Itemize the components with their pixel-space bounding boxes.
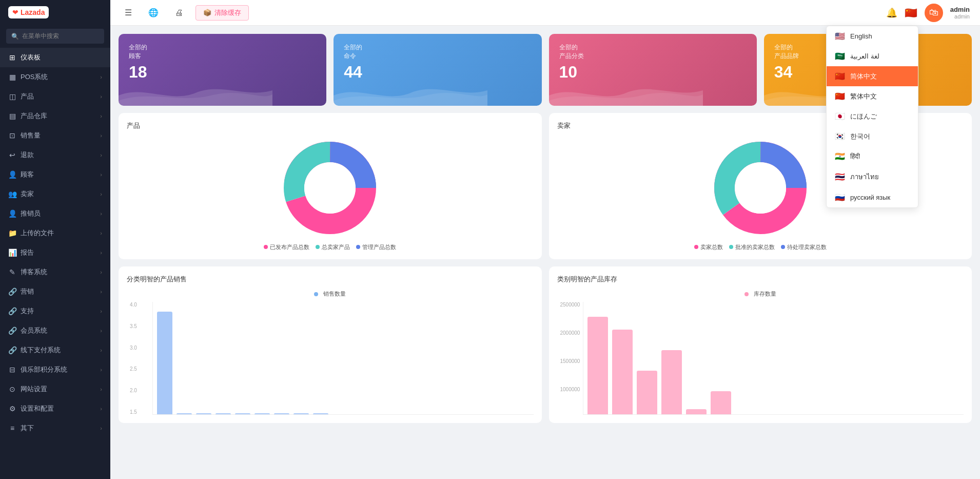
inventory-bar-3: [661, 350, 682, 414]
nav-item-left-marketing: 🔗 营销: [8, 287, 34, 296]
sidebar-item-support[interactable]: 🔗 支持 ›: [0, 301, 110, 321]
product-donut-svg: [279, 137, 381, 239]
lang-item-8[interactable]: 🇷🇺 русский язык: [827, 187, 918, 207]
nav-label-warehouse: 产品仓库: [21, 111, 47, 121]
sidebar-item-promoter[interactable]: 👤 推销员 ›: [0, 204, 110, 223]
lang-item-6[interactable]: 🇮🇳 हिंदी: [827, 146, 918, 166]
nav-label-settings: 设置和配置: [21, 404, 54, 413]
nav-label-product: 产品: [21, 92, 34, 101]
sidebar-item-settings[interactable]: ⚙ 设置和配置 ›: [0, 399, 110, 418]
nav-chevron-membership: ›: [100, 328, 102, 334]
user-info[interactable]: admin admin: [950, 6, 970, 20]
sidebar-item-other[interactable]: ≡ 其下 ›: [0, 418, 110, 438]
nav-icon-seller: 👥: [8, 190, 16, 198]
nav-chevron-offline: ›: [100, 347, 102, 353]
cart-icon: 🛍: [929, 7, 938, 18]
globe-button[interactable]: 🌐: [144, 6, 163, 20]
nav-label-blog: 博客系统: [21, 267, 47, 277]
legend-published: 已发布产品总数: [264, 243, 309, 251]
print-button[interactable]: 🖨: [171, 6, 187, 20]
clear-cache-button[interactable]: 📦 清除缓存: [195, 5, 249, 21]
logo-area: ❤ Lazada: [0, 0, 110, 25]
y-label-1: 4.0: [130, 302, 149, 308]
lang-item-7[interactable]: 🇹🇭 ภาษาไทย: [827, 166, 918, 187]
lang-item-0[interactable]: 🇺🇸 English: [827, 26, 918, 46]
sidebar-item-warehouse[interactable]: ▤ 产品仓库 ›: [0, 106, 110, 126]
user-name: admin: [950, 6, 970, 13]
nav-icon-marketing: 🔗: [8, 288, 16, 296]
sidebar-item-marketing[interactable]: 🔗 营销 ›: [0, 282, 110, 301]
nav-item-left-settings: ⚙ 设置和配置: [8, 404, 54, 413]
cart-button[interactable]: 🛍: [925, 4, 943, 22]
sidebar-item-dashboard[interactable]: ⊞ 仪表板: [0, 48, 110, 67]
inventory-legend-dot: [744, 292, 749, 296]
seller-donut-legend: 卖家总数 批准的卖家总数 待处理卖家总数: [694, 243, 827, 251]
sidebar-item-membership[interactable]: 🔗 会员系统 ›: [0, 321, 110, 340]
sales-bar-6: [274, 413, 289, 414]
legend-managed: 管理产品总数: [356, 243, 396, 251]
sidebar: ❤ Lazada 🔍 在菜单中搜索 ⊞ 仪表板 ▦ POS系统 › ◫ 产品 ›…: [0, 0, 110, 479]
menu-toggle-button[interactable]: ☰: [121, 6, 136, 20]
svg-point-3: [304, 162, 356, 214]
stat-label-2: 全部的产品分类: [559, 43, 747, 61]
sales-bar-8: [313, 413, 328, 414]
nav-label-club: 俱乐部积分系统: [21, 365, 67, 374]
cache-icon: 📦: [203, 9, 211, 16]
lang-flag-6: 🇮🇳: [835, 151, 845, 161]
nav-icon-pos: ▦: [8, 73, 16, 81]
nav-icon-promoter: 👤: [8, 209, 16, 218]
sidebar-item-club[interactable]: ⊟ 俱乐部积分系统 ›: [0, 360, 110, 379]
nav-item-left-website: ⊙ 网站设置: [8, 385, 47, 394]
lang-item-4[interactable]: 🇯🇵 にほんご: [827, 106, 918, 126]
lang-item-1[interactable]: 🇸🇦 لغة العربية: [827, 46, 918, 66]
inventory-chart-card: 类别明智的产品库存 库存数量 1000000 1500000 2000000 2…: [549, 266, 972, 423]
nav-item-left-promoter: 👤 推销员: [8, 209, 41, 218]
lang-item-3[interactable]: 🇨🇳 繁体中文: [827, 86, 918, 106]
search-icon: 🔍: [11, 33, 19, 40]
sidebar-item-pos[interactable]: ▦ POS系统 ›: [0, 67, 110, 87]
lang-label-5: 한국어: [850, 132, 870, 141]
nav-chevron-report: ›: [100, 250, 102, 256]
lang-flag-3: 🇨🇳: [835, 91, 845, 101]
nav-icon-membership: 🔗: [8, 327, 16, 335]
nav-icon-upload: 📁: [8, 229, 16, 237]
product-donut-legend: 已发布产品总数 总卖家产品 管理产品总数: [264, 243, 396, 251]
nav-item-left-membership: 🔗 会员系统: [8, 326, 47, 335]
sidebar-item-seller[interactable]: 👥 卖家 ›: [0, 184, 110, 204]
header: ☰ 🌐 🖨 📦 清除缓存 🔔 🇨🇳 🛍 admin admin: [110, 0, 980, 26]
notification-icon[interactable]: 🔔: [886, 7, 897, 18]
sidebar-item-product[interactable]: ◫ 产品 ›: [0, 87, 110, 106]
stat-wave-1: [334, 75, 487, 106]
nav-chevron-marketing: ›: [100, 289, 102, 295]
search-placeholder: 在菜单中搜索: [22, 32, 59, 41]
sidebar-item-customer[interactable]: 👤 顾客 ›: [0, 165, 110, 184]
nav-item-left-other: ≡ 其下: [8, 424, 34, 433]
nav-item-left-club: ⊟ 俱乐部积分系统: [8, 365, 67, 374]
sidebar-item-report[interactable]: 📊 报告 ›: [0, 243, 110, 262]
flag-icon[interactable]: 🇨🇳: [905, 7, 917, 19]
sidebar-item-refund[interactable]: ↩ 退款 ›: [0, 145, 110, 165]
logo[interactable]: ❤ Lazada: [8, 6, 49, 18]
nav-item-left-product: ◫ 产品: [8, 92, 34, 101]
nav-chevron-website: ›: [100, 386, 102, 392]
sidebar-item-blog[interactable]: ✎ 博客系统 ›: [0, 262, 110, 282]
sidebar-search[interactable]: 🔍 在菜单中搜索: [6, 29, 104, 44]
lang-label-8: русский язык: [850, 194, 890, 201]
language-dropdown: 🇺🇸 English 🇸🇦 لغة العربية 🇨🇳 简体中文 🇨🇳 繁体中…: [826, 26, 918, 208]
lang-item-5[interactable]: 🇰🇷 한국어: [827, 126, 918, 146]
inventory-bar-1: [612, 330, 633, 414]
nav-label-support: 支持: [21, 306, 34, 316]
nav-label-dashboard: 仪表板: [21, 53, 41, 62]
nav-item-left-warehouse: ▤ 产品仓库: [8, 111, 47, 121]
nav-label-pos: POS系统: [21, 72, 48, 82]
lang-label-1: لغة العربية: [850, 52, 879, 60]
lang-item-2[interactable]: 🇨🇳 简体中文: [827, 66, 918, 86]
sales-bar-1: [177, 413, 192, 414]
sidebar-item-website[interactable]: ⊙ 网站设置 ›: [0, 379, 110, 399]
nav-chevron-customer: ›: [100, 171, 102, 178]
sidebar-item-offline[interactable]: 🔗 线下支付系统 ›: [0, 340, 110, 360]
sidebar-item-upload[interactable]: 📁 上传的文件 ›: [0, 223, 110, 243]
sales-bar-5: [254, 413, 270, 414]
sidebar-item-sales[interactable]: ⊡ 销售量 ›: [0, 126, 110, 145]
product-chart-card: 产品 已发布产品总数 总卖家产品 管理产品总数: [119, 113, 542, 259]
